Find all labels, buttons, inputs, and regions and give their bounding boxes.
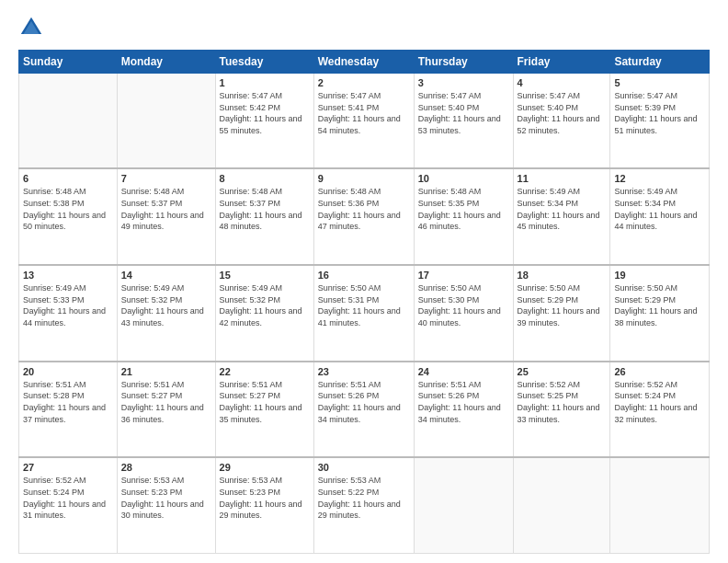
day-number: 6 (23, 173, 113, 184)
day-number: 24 (418, 366, 509, 377)
calendar-cell: 23Sunrise: 5:51 AM Sunset: 5:26 PM Dayli… (313, 362, 414, 458)
day-detail: Sunrise: 5:52 AM Sunset: 5:25 PM Dayligh… (518, 379, 607, 425)
day-detail: Sunrise: 5:51 AM Sunset: 5:28 PM Dayligh… (23, 379, 113, 425)
calendar-cell: 18Sunrise: 5:50 AM Sunset: 5:29 PM Dayli… (513, 265, 610, 362)
week-row-4: 20Sunrise: 5:51 AM Sunset: 5:28 PM Dayli… (19, 362, 710, 458)
calendar-cell: 24Sunrise: 5:51 AM Sunset: 5:26 PM Dayli… (414, 362, 513, 458)
day-number: 9 (318, 173, 410, 184)
logo-icon (18, 15, 44, 40)
calendar-cell: 30Sunrise: 5:53 AM Sunset: 5:22 PM Dayli… (313, 457, 414, 553)
calendar-cell: 13Sunrise: 5:49 AM Sunset: 5:33 PM Dayli… (19, 265, 118, 362)
day-number: 25 (518, 366, 607, 377)
day-number: 10 (418, 173, 509, 184)
calendar-cell: 21Sunrise: 5:51 AM Sunset: 5:27 PM Dayli… (117, 362, 215, 458)
day-detail: Sunrise: 5:49 AM Sunset: 5:33 PM Dayligh… (23, 282, 113, 328)
week-row-1: 1Sunrise: 5:47 AM Sunset: 5:42 PM Daylig… (19, 74, 710, 169)
calendar-cell (513, 457, 610, 553)
day-detail: Sunrise: 5:53 AM Sunset: 5:23 PM Dayligh… (121, 475, 211, 521)
day-detail: Sunrise: 5:47 AM Sunset: 5:42 PM Dayligh… (220, 90, 310, 136)
page: SundayMondayTuesdayWednesdayThursdayFrid… (0, 0, 728, 563)
day-detail: Sunrise: 5:50 AM Sunset: 5:30 PM Dayligh… (418, 282, 509, 328)
day-number: 27 (23, 462, 113, 473)
calendar-cell (610, 457, 710, 553)
day-detail: Sunrise: 5:53 AM Sunset: 5:22 PM Dayligh… (318, 475, 410, 521)
week-row-5: 27Sunrise: 5:52 AM Sunset: 5:24 PM Dayli… (19, 457, 710, 553)
calendar-cell: 15Sunrise: 5:49 AM Sunset: 5:32 PM Dayli… (215, 265, 313, 362)
weekday-header-saturday: Saturday (610, 51, 710, 74)
day-detail: Sunrise: 5:52 AM Sunset: 5:24 PM Dayligh… (23, 475, 113, 521)
day-detail: Sunrise: 5:49 AM Sunset: 5:34 PM Dayligh… (614, 186, 705, 232)
day-detail: Sunrise: 5:51 AM Sunset: 5:27 PM Dayligh… (220, 379, 310, 425)
day-detail: Sunrise: 5:51 AM Sunset: 5:26 PM Dayligh… (418, 379, 509, 425)
header (18, 15, 710, 40)
calendar-cell: 17Sunrise: 5:50 AM Sunset: 5:30 PM Dayli… (414, 265, 513, 362)
day-detail: Sunrise: 5:49 AM Sunset: 5:32 PM Dayligh… (220, 282, 310, 328)
day-number: 12 (614, 173, 705, 184)
day-detail: Sunrise: 5:48 AM Sunset: 5:36 PM Dayligh… (318, 186, 410, 232)
day-number: 26 (614, 366, 705, 377)
calendar-cell: 8Sunrise: 5:48 AM Sunset: 5:37 PM Daylig… (215, 168, 313, 265)
week-row-3: 13Sunrise: 5:49 AM Sunset: 5:33 PM Dayli… (19, 265, 710, 362)
day-number: 23 (318, 366, 410, 377)
day-detail: Sunrise: 5:48 AM Sunset: 5:37 PM Dayligh… (121, 186, 211, 232)
calendar-table: SundayMondayTuesdayWednesdayThursdayFrid… (18, 50, 710, 554)
calendar-cell: 12Sunrise: 5:49 AM Sunset: 5:34 PM Dayli… (610, 168, 710, 265)
day-detail: Sunrise: 5:51 AM Sunset: 5:26 PM Dayligh… (318, 379, 410, 425)
calendar-cell: 29Sunrise: 5:53 AM Sunset: 5:23 PM Dayli… (215, 457, 313, 553)
day-number: 3 (418, 77, 509, 88)
calendar-cell: 19Sunrise: 5:50 AM Sunset: 5:29 PM Dayli… (610, 265, 710, 362)
weekday-header-wednesday: Wednesday (313, 51, 414, 74)
weekday-header-sunday: Sunday (19, 51, 118, 74)
calendar-cell: 25Sunrise: 5:52 AM Sunset: 5:25 PM Dayli… (513, 362, 610, 458)
day-number: 22 (220, 366, 310, 377)
weekday-header-thursday: Thursday (414, 51, 513, 74)
day-detail: Sunrise: 5:51 AM Sunset: 5:27 PM Dayligh… (121, 379, 211, 425)
day-number: 13 (23, 270, 113, 281)
day-detail: Sunrise: 5:50 AM Sunset: 5:31 PM Dayligh… (318, 282, 410, 328)
calendar-cell: 2Sunrise: 5:47 AM Sunset: 5:41 PM Daylig… (313, 74, 414, 169)
day-number: 1 (220, 77, 310, 88)
day-detail: Sunrise: 5:48 AM Sunset: 5:37 PM Dayligh… (220, 186, 310, 232)
day-number: 2 (318, 77, 410, 88)
day-detail: Sunrise: 5:47 AM Sunset: 5:40 PM Dayligh… (518, 90, 607, 136)
calendar-cell: 27Sunrise: 5:52 AM Sunset: 5:24 PM Dayli… (19, 457, 118, 553)
calendar-cell: 11Sunrise: 5:49 AM Sunset: 5:34 PM Dayli… (513, 168, 610, 265)
calendar-cell: 16Sunrise: 5:50 AM Sunset: 5:31 PM Dayli… (313, 265, 414, 362)
day-number: 18 (518, 270, 607, 281)
day-number: 19 (614, 270, 705, 281)
calendar-cell: 7Sunrise: 5:48 AM Sunset: 5:37 PM Daylig… (117, 168, 215, 265)
weekday-header-row: SundayMondayTuesdayWednesdayThursdayFrid… (19, 51, 710, 74)
calendar-cell: 4Sunrise: 5:47 AM Sunset: 5:40 PM Daylig… (513, 74, 610, 169)
day-number: 15 (220, 270, 310, 281)
day-number: 17 (418, 270, 509, 281)
day-number: 8 (220, 173, 310, 184)
day-number: 5 (614, 77, 705, 88)
calendar-cell (19, 74, 118, 169)
weekday-header-monday: Monday (117, 51, 215, 74)
calendar-cell: 6Sunrise: 5:48 AM Sunset: 5:38 PM Daylig… (19, 168, 118, 265)
day-number: 28 (121, 462, 211, 473)
calendar-cell: 28Sunrise: 5:53 AM Sunset: 5:23 PM Dayli… (117, 457, 215, 553)
day-detail: Sunrise: 5:50 AM Sunset: 5:29 PM Dayligh… (614, 282, 705, 328)
calendar-cell (117, 74, 215, 169)
day-detail: Sunrise: 5:47 AM Sunset: 5:39 PM Dayligh… (614, 90, 705, 136)
day-detail: Sunrise: 5:48 AM Sunset: 5:38 PM Dayligh… (23, 186, 113, 232)
logo (18, 15, 48, 40)
day-number: 20 (23, 366, 113, 377)
calendar-cell: 5Sunrise: 5:47 AM Sunset: 5:39 PM Daylig… (610, 74, 710, 169)
day-number: 21 (121, 366, 211, 377)
day-detail: Sunrise: 5:53 AM Sunset: 5:23 PM Dayligh… (220, 475, 310, 521)
day-number: 14 (121, 270, 211, 281)
day-number: 29 (220, 462, 310, 473)
day-detail: Sunrise: 5:47 AM Sunset: 5:41 PM Dayligh… (318, 90, 410, 136)
calendar-cell: 20Sunrise: 5:51 AM Sunset: 5:28 PM Dayli… (19, 362, 118, 458)
calendar-cell: 14Sunrise: 5:49 AM Sunset: 5:32 PM Dayli… (117, 265, 215, 362)
calendar-cell: 9Sunrise: 5:48 AM Sunset: 5:36 PM Daylig… (313, 168, 414, 265)
day-detail: Sunrise: 5:48 AM Sunset: 5:35 PM Dayligh… (418, 186, 509, 232)
calendar-cell: 26Sunrise: 5:52 AM Sunset: 5:24 PM Dayli… (610, 362, 710, 458)
day-detail: Sunrise: 5:52 AM Sunset: 5:24 PM Dayligh… (614, 379, 705, 425)
calendar-cell (414, 457, 513, 553)
day-number: 4 (518, 77, 607, 88)
day-number: 7 (121, 173, 211, 184)
day-number: 11 (518, 173, 607, 184)
